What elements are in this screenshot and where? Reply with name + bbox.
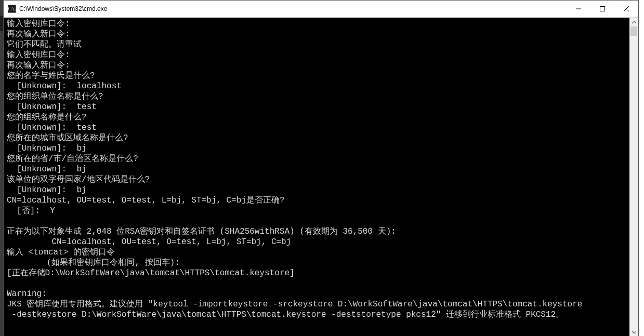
terminal-line: 输入密钥库口令: xyxy=(7,19,627,29)
vertical-scrollbar[interactable] xyxy=(629,18,638,336)
terminal-line: [Unknown]: bj xyxy=(7,185,627,195)
terminal-line: 再次输入新口令: xyxy=(7,60,627,71)
titlebar[interactable]: C:\. C:\Windows\System32\cmd.exe xyxy=(4,1,638,18)
terminal-line: 输入密钥库口令: xyxy=(7,50,627,60)
terminal-line: [Unknown]: bj xyxy=(7,143,627,154)
minimize-icon xyxy=(576,6,581,11)
terminal-line: 输入 <tomcat> 的密钥口令 xyxy=(7,247,627,258)
scroll-up-button[interactable] xyxy=(629,18,638,26)
svg-rect-0 xyxy=(600,7,605,11)
terminal-line: [正在存储D:\WorkSoftWare\java\tomcat\HTTPS\t… xyxy=(7,268,627,278)
terminal-area: 输入密钥库口令:再次输入新口令:它们不匹配。请重试输入密钥库口令:再次输入新口令… xyxy=(4,18,638,336)
cmd-app-icon: C:\. xyxy=(8,5,16,13)
terminal-line: [Unknown]: test xyxy=(7,102,627,112)
terminal-line: 您的名字与姓氏是什么? xyxy=(7,71,627,81)
terminal-line: CN=localhost, OU=test, O=test, L=bj, ST=… xyxy=(7,237,627,247)
terminal-line: 再次输入新口令: xyxy=(7,29,627,39)
terminal-line: -destkeystore D:\WorkSoftWare\java\tomca… xyxy=(7,310,627,320)
terminal-line: 正在为以下对象生成 2,048 位RSA密钥对和自签名证书 (SHA256wit… xyxy=(7,226,627,237)
chevron-up-icon xyxy=(632,20,636,24)
terminal-line: 您的组织单位名称是什么? xyxy=(7,91,627,102)
terminal-line xyxy=(7,216,627,226)
maximize-button[interactable] xyxy=(590,1,614,17)
minimize-button[interactable] xyxy=(567,1,590,17)
terminal-line: Warning: xyxy=(7,289,627,299)
close-button[interactable] xyxy=(614,1,638,17)
terminal-line: 您所在的省/市/自治区名称是什么? xyxy=(7,154,627,164)
scroll-track[interactable] xyxy=(629,26,638,328)
window-title: C:\Windows\System32\cmd.exe xyxy=(19,5,567,12)
terminal-line: (如果和密钥库口令相同, 按回车): xyxy=(7,258,627,268)
maximize-icon xyxy=(600,6,605,11)
scroll-thumb[interactable] xyxy=(630,26,637,36)
terminal-line: 您所在的城市或区域名称是什么? xyxy=(7,133,627,143)
terminal-line: CN=localhost, OU=test, O=test, L=bj, ST=… xyxy=(7,195,627,206)
cmd-window: C:\. C:\Windows\System32\cmd.exe 输入密钥库口令… xyxy=(3,0,639,336)
scroll-down-button[interactable] xyxy=(629,328,638,336)
terminal-line: [Unknown]: test xyxy=(7,123,627,133)
terminal-line: [否]: Y xyxy=(7,206,627,216)
terminal-line: 该单位的双字母国家/地区代码是什么? xyxy=(7,174,627,185)
terminal-line: 它们不匹配。请重试 xyxy=(7,39,627,50)
terminal-line: [Unknown]: localhost xyxy=(7,81,627,91)
terminal-line xyxy=(7,320,627,330)
window-controls xyxy=(567,1,638,17)
terminal-line xyxy=(7,278,627,289)
chevron-down-icon xyxy=(632,330,636,334)
terminal-line: [Unknown]: bj xyxy=(7,164,627,174)
terminal-output[interactable]: 输入密钥库口令:再次输入新口令:它们不匹配。请重试输入密钥库口令:再次输入新口令… xyxy=(4,18,629,336)
terminal-line: 您的组织名称是什么? xyxy=(7,112,627,123)
terminal-line: JKS 密钥库使用专用格式。建议使用 "keytool -importkeyst… xyxy=(7,299,627,310)
close-icon xyxy=(624,6,629,11)
